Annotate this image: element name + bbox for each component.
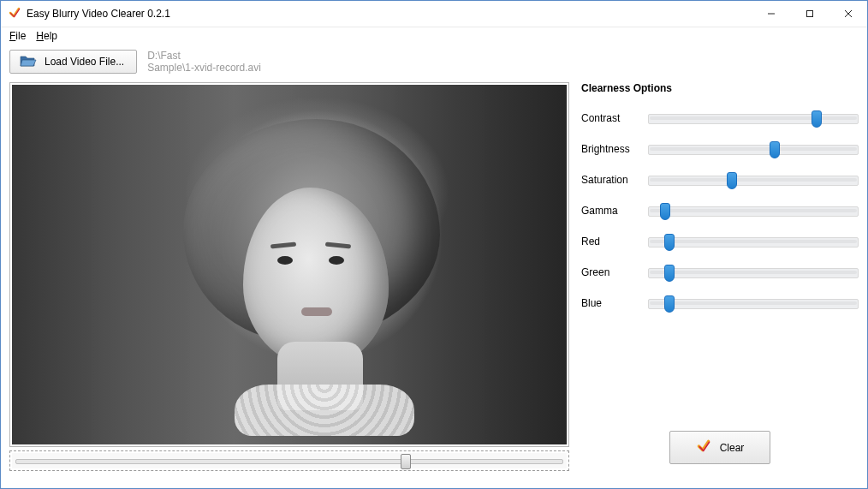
folder-open-icon bbox=[19, 53, 38, 71]
video-panel bbox=[9, 82, 569, 480]
option-label-red: Red bbox=[581, 236, 648, 247]
option-row-brightness: Brightness bbox=[581, 134, 859, 164]
green-thumb[interactable] bbox=[664, 265, 675, 282]
seek-slider[interactable] bbox=[12, 453, 567, 468]
option-label-contrast: Contrast bbox=[581, 112, 648, 124]
menu-bar: File Help bbox=[1, 27, 867, 45]
gamma-slider[interactable] bbox=[648, 201, 859, 220]
menu-help[interactable]: Help bbox=[36, 30, 57, 42]
svg-rect-1 bbox=[806, 11, 812, 17]
contrast-thumb[interactable] bbox=[812, 110, 822, 128]
video-preview bbox=[12, 85, 567, 444]
file-path-line2: Sample\1-xvid-record.avi bbox=[147, 62, 261, 74]
load-video-label: Load Video File... bbox=[45, 56, 124, 68]
brightness-thumb[interactable] bbox=[770, 141, 780, 158]
seek-thumb[interactable] bbox=[401, 454, 411, 469]
load-video-button[interactable]: Load Video File... bbox=[9, 50, 137, 74]
close-button[interactable] bbox=[829, 1, 867, 27]
toolbar: Load Video File... D:\Fast Sample\1-xvid… bbox=[1, 45, 867, 77]
red-thumb[interactable] bbox=[664, 234, 675, 251]
video-frame bbox=[9, 82, 569, 447]
app-window: Easy Blurry Video Clearer 0.2.1 File Hel… bbox=[0, 0, 868, 489]
options-title: Clearness Options bbox=[581, 82, 859, 94]
option-row-contrast: Contrast bbox=[581, 103, 859, 134]
option-row-red: Red bbox=[581, 226, 859, 257]
main-content: Clearness Options ContrastBrightnessSatu… bbox=[1, 77, 867, 488]
option-label-brightness: Brightness bbox=[581, 143, 648, 155]
title-bar-left: Easy Blurry Video Clearer 0.2.1 bbox=[1, 6, 170, 22]
option-label-gamma: Gamma bbox=[581, 205, 648, 217]
file-path: D:\Fast Sample\1-xvid-record.avi bbox=[147, 50, 261, 74]
red-slider[interactable] bbox=[648, 232, 859, 251]
blue-thumb[interactable] bbox=[664, 295, 675, 313]
option-row-saturation: Saturation bbox=[581, 164, 859, 195]
clear-button[interactable]: Clear bbox=[669, 431, 771, 464]
clear-button-label: Clear bbox=[720, 442, 745, 454]
title-bar: Easy Blurry Video Clearer 0.2.1 bbox=[1, 1, 867, 27]
option-row-green: Green bbox=[581, 257, 859, 288]
gamma-thumb[interactable] bbox=[660, 203, 670, 220]
saturation-slider[interactable] bbox=[648, 170, 859, 189]
option-row-blue: Blue bbox=[581, 288, 859, 319]
option-label-saturation: Saturation bbox=[581, 174, 648, 186]
menu-file[interactable]: File bbox=[9, 30, 26, 42]
window-controls bbox=[752, 1, 867, 27]
contrast-slider[interactable] bbox=[648, 109, 859, 128]
green-slider[interactable] bbox=[648, 263, 859, 282]
option-label-green: Green bbox=[581, 266, 648, 278]
blue-slider[interactable] bbox=[648, 294, 859, 313]
window-title: Easy Blurry Video Clearer 0.2.1 bbox=[27, 8, 170, 20]
option-label-blue: Blue bbox=[581, 297, 648, 309]
app-icon bbox=[8, 6, 21, 22]
file-path-line1: D:\Fast bbox=[147, 50, 261, 62]
brightness-slider[interactable] bbox=[648, 140, 859, 158]
options-panel: Clearness Options ContrastBrightnessSatu… bbox=[581, 82, 859, 480]
check-icon bbox=[696, 438, 711, 456]
option-row-gamma: Gamma bbox=[581, 195, 859, 226]
minimize-button[interactable] bbox=[752, 1, 790, 27]
maximize-button[interactable] bbox=[790, 1, 829, 27]
seek-slider-frame bbox=[9, 450, 569, 471]
saturation-thumb[interactable] bbox=[727, 172, 737, 189]
